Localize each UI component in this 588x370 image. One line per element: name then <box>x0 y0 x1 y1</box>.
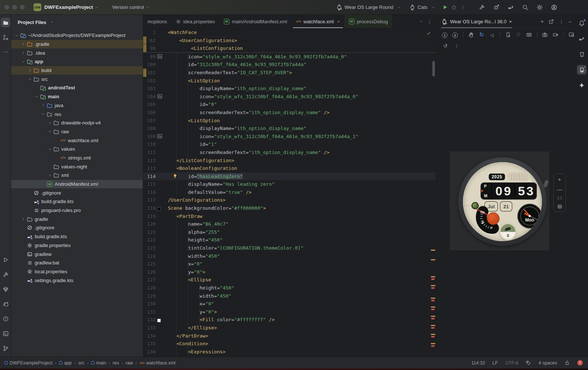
tree-row--idea[interactable]: .idea <box>11 48 143 57</box>
image-icon[interactable] <box>157 134 163 139</box>
lock-open-icon[interactable] <box>564 360 570 366</box>
breadcrumb-watchface-xml[interactable]: </>watchface.xml <box>139 360 175 366</box>
tree-row-values-night[interactable]: values-night <box>11 162 143 171</box>
code-line-119[interactable]: 119<PartDraw <box>143 212 436 220</box>
code-line-127[interactable]: 127<Ellipse <box>143 276 436 284</box>
breadcrumb-app[interactable]: app <box>59 360 72 366</box>
code-line-128[interactable]: 128height="450" <box>143 284 436 292</box>
line-ending[interactable]: LF <box>492 360 498 366</box>
emulator-screen[interactable]: 2025 PM 09 53 Jul 21 <box>450 151 549 250</box>
tree-row-main[interactable]: main <box>11 92 143 101</box>
bulb-icon[interactable] <box>173 174 178 179</box>
more-actions-button[interactable]: ⋮ <box>459 3 467 12</box>
tree-row-build-gradle-kts[interactable]: build.gradle.kts <box>11 197 143 206</box>
project-view-selector[interactable]: Project Files <box>18 20 46 25</box>
zoom-in-button[interactable]: + <box>558 176 561 182</box>
tree-row-app[interactable]: app <box>11 57 143 66</box>
code-line-114[interactable]: 114id="hasLeadingZero" <box>143 172 436 181</box>
gradle-elephant-button[interactable] <box>577 34 587 44</box>
code-line-112[interactable]: 112</ListConfiguration> <box>143 157 436 165</box>
device-selector[interactable]: Wear OS Large Round <box>336 4 401 10</box>
chevron-right-icon[interactable] <box>20 217 26 221</box>
warning-stripe-mark[interactable] <box>431 306 435 308</box>
tree-row-build[interactable]: build <box>11 66 143 75</box>
code-line-116[interactable]: 116defaultValue="true" /> <box>143 188 436 196</box>
minimize-window-button[interactable] <box>12 5 17 10</box>
chevron-down-icon[interactable] <box>20 59 26 64</box>
editor-tab-processdebug[interactable]: MprocessDebug <box>345 15 392 28</box>
code-line-107[interactable]: 107<ListOption <box>143 117 436 125</box>
gem-button[interactable] <box>1 284 10 294</box>
add-device-button[interactable]: + <box>540 18 544 25</box>
code-line-121[interactable]: 121alpha="255" <box>143 228 436 236</box>
editor-tab-watchface-xml[interactable]: </>watchface.xml× <box>291 15 344 28</box>
code-line-104[interactable]: 104icon="style_wfs_312c30bf_f64a_461e_9c… <box>143 93 436 101</box>
editor-tab-moptions[interactable]: moptions <box>143 15 172 28</box>
terminal-button[interactable] <box>1 329 10 338</box>
code-editor[interactable]: 1<WatchFace62<UserConfigurations>96<List… <box>143 28 436 357</box>
code-line-123[interactable]: 123tintColor="[CONFIGURATION.themeColor.… <box>143 244 436 252</box>
zoom-fit-button[interactable] <box>557 204 563 209</box>
run-button[interactable] <box>441 3 450 12</box>
error-stripe-mark[interactable] <box>431 300 435 301</box>
code-line-134[interactable]: 134</PartDraw> <box>143 332 436 340</box>
tree-row-watchface-xml[interactable]: </>watchface.xml <box>11 136 143 145</box>
close-device-tab-button[interactable]: × <box>509 19 512 24</box>
zoom-reset-button[interactable]: 1:1 <box>557 196 562 200</box>
tree-row-strings-xml[interactable]: </>strings.xml <box>11 154 143 162</box>
image-icon[interactable] <box>157 94 163 99</box>
circle-2-button[interactable]: 2 <box>452 31 459 39</box>
palm-hand-button[interactable] <box>468 31 475 39</box>
code-line-62[interactable]: 62<UserConfigurations> <box>143 37 436 45</box>
more-button[interactable]: ⋯ <box>1 47 10 57</box>
code-line-129[interactable]: 129width="450" <box>143 292 436 300</box>
breadcrumb-dwfexampleproject[interactable]: DWFExampleProject <box>4 360 52 366</box>
error-badge[interactable]: ! <box>577 360 583 366</box>
warning-stripe-mark[interactable] <box>431 259 435 260</box>
tree-row--gitignore[interactable]: .gitignore <box>11 223 143 232</box>
tree-row-proguard-rules-pro[interactable]: proguard-rules.pro <box>11 206 143 215</box>
tree-row-java[interactable]: java <box>11 101 143 110</box>
code-line-124[interactable]: 124width="450" <box>143 252 436 260</box>
code-line-106[interactable]: 106screenReaderText="ith_option_display_… <box>143 109 436 117</box>
tree-row-raw[interactable]: raw <box>11 127 143 136</box>
tag-icon[interactable] <box>526 360 531 366</box>
code-line-105[interactable]: 105id="0" <box>143 100 436 109</box>
tree-row-gradlew-bat[interactable]: gradlew.bat <box>11 258 143 267</box>
code-line-111[interactable]: 111screenReaderText="ith_option_display_… <box>143 148 436 157</box>
circle-1-button[interactable]: 1 <box>441 31 448 39</box>
bell-button[interactable] <box>577 18 587 28</box>
error-stripe-mark[interactable] <box>431 309 435 310</box>
code-line-113[interactable]: 113<BooleanConfiguration <box>143 164 436 172</box>
kebab-button[interactable]: ⋮ <box>453 42 461 50</box>
zoom-out-button[interactable]: — <box>557 186 563 192</box>
tree-row-gradlew[interactable]: gradlew <box>11 250 143 258</box>
code-line-99[interactable]: 99icon="style_wfs_312c30bf_f64a_461e_9c9… <box>143 53 436 61</box>
error-stripe-mark[interactable] <box>431 345 435 347</box>
project-name[interactable]: DWFExampleProject <box>44 4 93 10</box>
code-line-131[interactable]: 131y="0"> <box>143 308 436 316</box>
tree-row-gradle[interactable]: gradle <box>11 215 143 223</box>
back-triangle-button[interactable]: ◁ <box>488 31 495 39</box>
tree-row--gradle[interactable]: .gradle <box>11 40 143 49</box>
chevron-right-icon[interactable] <box>46 121 53 125</box>
code-line-115[interactable]: 115displayName="Has leading zero" <box>143 180 436 188</box>
code-line-126[interactable]: 126y="0"> <box>143 268 436 276</box>
code-line-101[interactable]: 101screenReaderText="ID_CAT_STEP_OVER"> <box>143 69 436 77</box>
tree-row--gitignore[interactable]: .gitignore <box>11 188 143 197</box>
tree-row-res[interactable]: res <box>11 110 143 119</box>
breadcrumb-src[interactable]: src <box>78 360 84 366</box>
heart-button[interactable]: ♡ <box>515 31 522 39</box>
code-line-117[interactable]: 117/UserConfigurations> <box>143 196 436 204</box>
code-line-103[interactable]: 103displayName="ith_option_display_name" <box>143 85 436 93</box>
device-tab[interactable]: Wear OS Large Ro...l 36.0 × <box>441 15 512 28</box>
warning-stripe-mark[interactable] <box>431 298 435 299</box>
device-phone-button[interactable] <box>577 49 587 59</box>
code-line-109[interactable]: 109icon="style_wfs_312c30bf_f64a_461e_9c… <box>143 133 436 141</box>
logcat-cat-button[interactable] <box>1 299 10 309</box>
window-controls[interactable] <box>4 5 25 10</box>
chevron-down-icon[interactable] <box>40 112 46 116</box>
code-line-122[interactable]: 122height="450" <box>143 236 436 244</box>
video-button[interactable] <box>552 31 559 39</box>
project-folder-button[interactable] <box>1 18 10 27</box>
